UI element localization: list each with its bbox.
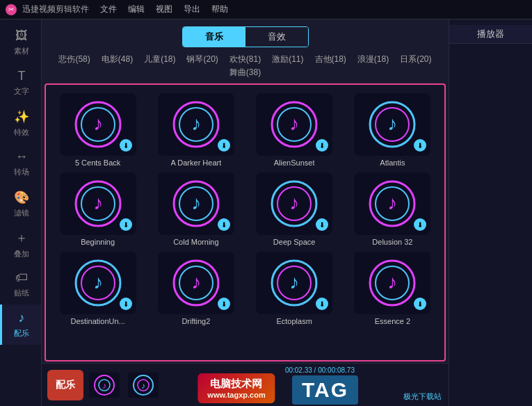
sidebar-item-peilue[interactable]: ♪ 配乐 [0, 304, 41, 345]
app-name: 迅捷视频剪辑软件 [22, 3, 89, 15]
svg-text:♪: ♪ [93, 192, 103, 213]
download-badge-2: ⬇ [316, 139, 328, 152]
music-item-4[interactable]: ♪ ⬇ Beginning [51, 172, 144, 246]
diejia-icon: ＋ [15, 229, 28, 246]
bottom-thumb-icon-0: ♪ [89, 373, 120, 398]
music-note-icon-10: ♪ [270, 259, 319, 307]
bottom-music-item-0[interactable]: ♪ [89, 373, 120, 398]
filter-wuqu[interactable]: 舞曲(38) [225, 66, 265, 79]
sidebar-item-diejia[interactable]: ＋ 叠加 [0, 224, 41, 264]
music-item-8[interactable]: ♪ ⬇ DestinationUn... [51, 252, 144, 325]
download-badge-5: ⬇ [218, 218, 230, 231]
filter-jili[interactable]: 激励(11) [268, 53, 307, 66]
left-sidebar: 🖼 素材 T 文字 ✨ 特效 ↔ 转场 🎨 滤镜 ＋ 叠加 🏷 贴纸 ♪ [0, 19, 42, 406]
sidebar-label-sucai: 素材 [14, 46, 29, 56]
filter-beishang[interactable]: 悲伤(58) [54, 53, 94, 66]
sidebar-item-wenzi[interactable]: T 文字 [0, 63, 41, 103]
music-item-11[interactable]: ♪ ⬇ Essence 2 [346, 252, 439, 325]
music-title-7: Delusion 32 [372, 238, 412, 246]
svg-text:♪: ♪ [289, 271, 299, 293]
tab-music[interactable]: 音乐 [183, 27, 245, 47]
menu-view[interactable]: 视图 [156, 3, 172, 15]
filter-gangqin[interactable]: 钢琴(20) [182, 53, 222, 66]
sidebar-item-tiezhi[interactable]: 🏷 贴纸 [0, 264, 41, 304]
sidebar-label-texiao: 特效 [14, 127, 29, 138]
download-badge-7: ⬇ [414, 218, 426, 231]
music-item-1[interactable]: ♪ ⬇ A Darker Heart [150, 93, 242, 167]
music-note-icon-4: ♪ [74, 179, 122, 228]
menu-file[interactable]: 文件 [100, 3, 117, 15]
filter-huankuai[interactable]: 欢快(81) [225, 53, 265, 66]
music-item-5[interactable]: ♪ ⬇ Cold Morning [150, 172, 242, 246]
menu-edit[interactable]: 编辑 [128, 3, 145, 15]
brand-text: 极光下载站 [403, 391, 442, 402]
filter-dianying[interactable]: 电影(48) [97, 53, 137, 66]
music-title-2: AlienSunset [274, 159, 315, 167]
music-item-9[interactable]: ♪ ⬇ Drifting2 [150, 252, 242, 325]
music-item-3[interactable]: ♪ ⬇ Atlantis [346, 93, 439, 167]
watermark-site2: www.tagxp.com [207, 391, 265, 399]
bottom-row: 配乐 ♪ [42, 363, 449, 406]
wenzi-icon: T [18, 69, 26, 83]
sidebar-item-lvjing[interactable]: 🎨 滤镜 [0, 184, 41, 224]
music-thumb-9: ♪ ⬇ [158, 252, 234, 314]
music-title-9: Drifting2 [182, 317, 210, 325]
music-item-10[interactable]: ♪ ⬇ Ectoplasm [248, 252, 341, 325]
content-area: 音乐 音效 悲伤(58) 电影(48) 儿童(18) 钢琴(20) 欢快(81)… [42, 19, 449, 406]
music-title-11: Essence 2 [375, 317, 410, 325]
zhuanchang-icon: ↔ [15, 149, 28, 164]
music-thumb-4: ♪ ⬇ [60, 172, 136, 235]
music-title-4: Beginning [81, 238, 115, 246]
music-note-icon-6: ♪ [270, 179, 319, 228]
music-note-icon-0: ♪ [74, 100, 122, 149]
music-grid-area: ♪ ⬇ 5 Cents Back ♪ ⬇ [45, 83, 446, 362]
svg-text:♪: ♪ [93, 113, 103, 134]
music-item-6[interactable]: ♪ ⬇ Deep Space [248, 172, 341, 246]
menu-bar: 文件 编辑 视图 导出 帮助 [100, 3, 228, 15]
menu-help[interactable]: 帮助 [211, 3, 228, 15]
svg-text:♪: ♪ [289, 192, 299, 213]
filter-jita[interactable]: 吉他(18) [311, 53, 350, 66]
music-thumb-6: ♪ ⬇ [256, 172, 332, 235]
music-item-0[interactable]: ♪ ⬇ 5 Cents Back [51, 93, 144, 167]
peilue-button[interactable]: 配乐 [47, 370, 83, 400]
bottom-music-items: ♪ ♪ [89, 373, 159, 398]
svg-text:♪: ♪ [102, 381, 106, 391]
music-title-6: Deep Space [273, 238, 316, 246]
watermark-site1: 电脑技术网 [207, 377, 265, 391]
music-note-icon-2: ♪ [270, 100, 319, 149]
music-note-icon-3: ♪ [368, 100, 417, 149]
title-bar: ✂ 迅捷视频剪辑软件 文件 编辑 视图 导出 帮助 [0, 0, 532, 19]
filter-ertong[interactable]: 儿童(18) [140, 53, 179, 66]
music-item-7[interactable]: ♪ ⬇ Delusion 32 [346, 172, 439, 246]
svg-text:♪: ♪ [387, 271, 397, 293]
tiezhi-icon: 🏷 [15, 270, 28, 285]
tab-container: 音乐 音效 [182, 26, 309, 47]
bottom-music-item-1[interactable]: ♪ [128, 373, 159, 398]
sidebar-item-sucai[interactable]: 🖼 素材 [0, 22, 41, 63]
music-note-icon-1: ♪ [172, 100, 220, 149]
music-grid: ♪ ⬇ 5 Cents Back ♪ ⬇ [49, 90, 442, 328]
filter-rxi[interactable]: 日系(20) [396, 53, 435, 66]
music-thumb-7: ♪ ⬇ [354, 172, 430, 235]
menu-export[interactable]: 导出 [184, 3, 200, 15]
filter-langman[interactable]: 浪漫(18) [353, 53, 393, 66]
music-note-icon-7: ♪ [368, 179, 417, 228]
svg-text:♪: ♪ [191, 192, 201, 213]
bottom-thumb-0: ♪ [89, 373, 120, 398]
lvjing-icon: 🎨 [14, 190, 29, 205]
right-panel: 播放器 [449, 19, 532, 406]
music-note-icon-5: ♪ [172, 179, 220, 228]
peilue-icon: ♪ [19, 311, 25, 325]
music-thumb-0: ♪ ⬇ [60, 93, 136, 156]
music-title-0: 5 Cents Back [75, 159, 120, 167]
sidebar-label-zhuanchang: 转场 [14, 167, 29, 177]
music-item-2[interactable]: ♪ ⬇ AlienSunset [248, 93, 341, 167]
download-badge-8: ⬇ [120, 298, 132, 310]
svg-text:♪: ♪ [191, 271, 201, 293]
music-thumb-11: ♪ ⬇ [354, 252, 430, 314]
sidebar-item-zhuanchang[interactable]: ↔ 转场 [0, 143, 41, 184]
download-badge-9: ⬇ [218, 298, 230, 310]
tab-effects[interactable]: 音效 [245, 27, 308, 47]
sidebar-item-texiao[interactable]: ✨ 特效 [0, 103, 41, 143]
